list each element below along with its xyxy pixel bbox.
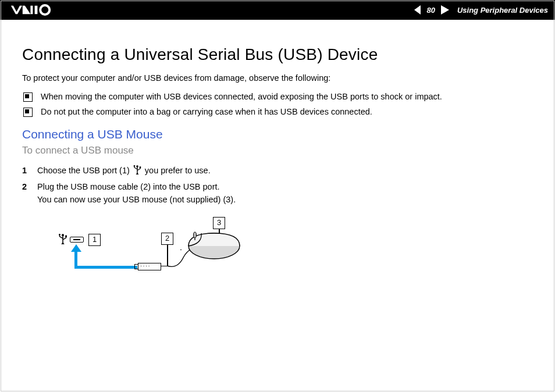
usb-port [70,237,84,243]
next-page-arrow[interactable] [441,5,449,15]
connection-diagram: 1 ▪ ▪ ▪ ▪ 2 3 [41,217,262,287]
svg-marker-11 [61,242,65,244]
bullet-icon [23,92,33,102]
list-item: Do not put the computer into a bag or ca… [22,106,538,119]
svg-rect-0 [35,6,38,14]
cable-path [74,251,77,268]
callout-line [219,229,220,234]
section-instruction: To connect a USB mouse [22,145,538,156]
svg-rect-10 [65,235,67,237]
header-nav: 80 Using Peripheral Devices [414,5,548,15]
svg-rect-5 [140,167,141,169]
callout-1: 1 [88,234,101,246]
step-text-frag: You can now use your USB mouse (not supp… [37,195,236,204]
step-text-frag: Choose the USB port (1) [37,166,132,175]
intro-text: To protect your computer and/or USB devi… [22,72,538,85]
step-text-frag: Plug the USB mouse cable (2) into the US… [37,182,220,191]
step-item: 1 Choose the USB port (1) you prefer to … [22,165,538,177]
svg-point-1 [40,5,49,15]
page-header: 80 Using Peripheral Devices [0,0,555,20]
step-number: 2 [22,181,37,194]
list-item-text: Do not put the computer into a bag or ca… [41,106,372,119]
callout-3: 3 [213,217,225,229]
svg-point-9 [59,234,61,236]
list-item-text: When moving the computer with USB device… [41,91,442,104]
step-text: Plug the USB mouse cable (2) into the US… [37,181,236,206]
mouse-icon [185,226,241,261]
usb-connector: ▪ ▪ ▪ ▪ [138,263,161,270]
steps-list: 1 Choose the USB port (1) you prefer to … [22,165,538,206]
prev-page-arrow[interactable] [414,5,421,15]
vaio-logo [10,4,66,16]
usb-icon [58,233,67,245]
bullet-icon [23,108,33,117]
step-text: Choose the USB port (1) you prefer to us… [37,165,211,177]
usb-icon [133,165,141,175]
step-number: 1 [22,165,37,177]
page-content: Connecting a Universal Serial Bus (USB) … [0,20,555,287]
section-subtitle: Connecting a USB Mouse [22,127,538,141]
svg-marker-6 [136,173,138,174]
step-item: 2 Plug the USB mouse cable (2) into the … [22,181,538,206]
svg-point-4 [134,165,136,167]
section-label: Using Peripheral Devices [457,6,548,15]
page-title: Connecting a Universal Serial Bus (USB) … [22,45,538,64]
caution-list: When moving the computer with USB device… [22,91,538,119]
step-text-frag: you prefer to use. [145,166,211,175]
list-item: When moving the computer with USB device… [22,91,538,104]
cable-path [74,266,137,269]
svg-point-14 [194,232,197,238]
page-number: 80 [425,6,436,15]
